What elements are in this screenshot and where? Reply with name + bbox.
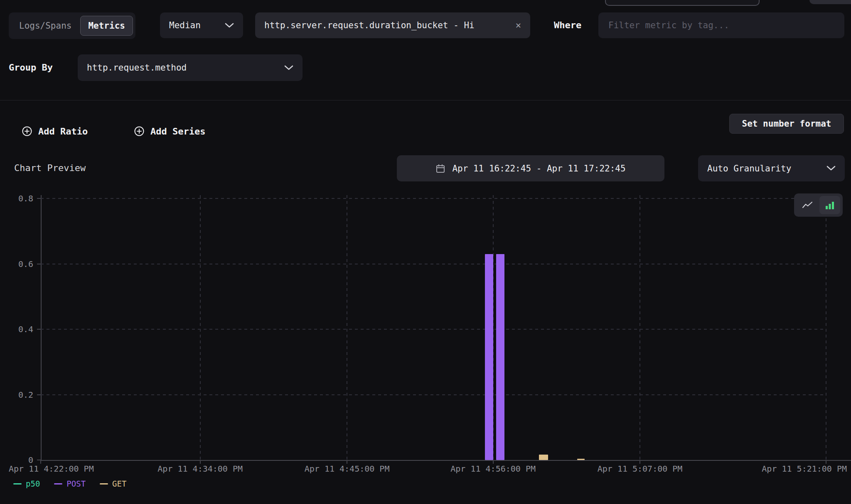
y-tick-mark — [37, 460, 41, 460]
date-range-value: Apr 11 16:22:45 - Apr 11 17:22:45 — [452, 164, 625, 174]
chart-type-toggle — [794, 193, 843, 217]
aggregation-select[interactable]: Median — [160, 12, 243, 38]
truncated-top-button[interactable] — [809, 0, 851, 4]
chart-bar-post[interactable] — [496, 254, 504, 460]
x-tick-mark — [826, 460, 826, 464]
y-gridline — [41, 264, 826, 264]
x-axis-label: Apr 11 4:45:00 PM — [305, 463, 390, 474]
metrics-query-builder: Logs/Spans Metrics Median http.server.re… — [0, 0, 851, 504]
section-divider — [0, 100, 851, 100]
legend-item-post[interactable]: POST — [54, 479, 86, 488]
group-by-value: http.request.method — [87, 63, 187, 73]
x-tick-mark — [639, 460, 640, 464]
set-number-format-button[interactable]: Set number format — [729, 114, 844, 134]
x-gridline — [639, 195, 640, 460]
bar-chart-icon — [825, 201, 835, 210]
y-axis-label: 0.2 — [0, 389, 33, 400]
x-tick-mark — [347, 460, 347, 464]
y-axis-label: 0.6 — [0, 259, 33, 269]
add-series-button[interactable]: Add Series — [134, 124, 205, 138]
chart-bar-post[interactable] — [485, 254, 493, 460]
circle-plus-icon — [22, 126, 32, 137]
x-tick-mark — [493, 460, 494, 464]
legend-label: p50 — [26, 479, 40, 488]
y-gridline — [41, 329, 826, 330]
x-gridline — [200, 195, 201, 460]
chart-legend: p50POSTGET — [13, 479, 126, 488]
remove-metric-icon[interactable]: ✕ — [516, 21, 521, 30]
legend-dash — [54, 483, 62, 484]
truncated-top-input[interactable] — [605, 0, 760, 6]
legend-dash — [100, 483, 108, 484]
y-axis-label: 0 — [0, 455, 33, 465]
granularity-value: Auto Granularity — [707, 164, 791, 174]
add-ratio-button[interactable]: Add Ratio — [22, 124, 88, 138]
y-gridline — [41, 394, 826, 395]
legend-item-get[interactable]: GET — [100, 479, 126, 488]
x-tick-mark — [200, 460, 201, 464]
y-tick-mark — [37, 329, 41, 330]
legend-dash — [13, 483, 22, 484]
x-gridline — [347, 195, 347, 460]
line-chart-toggle[interactable] — [797, 196, 818, 214]
x-gridline — [826, 195, 826, 460]
x-axis-label: Apr 11 4:34:00 PM — [157, 463, 243, 474]
filter-input[interactable] — [598, 12, 844, 38]
chevron-down-icon — [826, 166, 836, 171]
chart-bar-get[interactable] — [577, 459, 585, 460]
line-chart-icon — [802, 201, 813, 209]
where-label: Where — [554, 20, 581, 30]
metric-chip[interactable]: http.server.request.duration_bucket - Hi… — [255, 12, 530, 38]
y-axis-label: 0.8 — [0, 193, 33, 204]
y-tick-mark — [37, 394, 41, 395]
x-axis-label: Apr 11 5:21:00 PM — [762, 463, 847, 474]
add-series-label: Add Series — [150, 126, 205, 137]
x-tick-mark — [40, 460, 41, 464]
granularity-select[interactable]: Auto Granularity — [698, 155, 845, 181]
y-axis-line — [41, 195, 42, 460]
chart-preview-title: Chart Preview — [14, 163, 86, 173]
y-axis-label: 0.4 — [0, 324, 33, 335]
x-axis-label: Apr 11 4:22:00 PM — [9, 463, 94, 474]
chevron-down-icon — [284, 65, 293, 71]
calendar-icon — [435, 164, 445, 174]
source-toggle: Logs/Spans Metrics — [9, 12, 135, 39]
x-axis-label: Apr 11 5:07:00 PM — [598, 463, 683, 474]
aggregation-value: Median — [169, 20, 201, 30]
group-by-label: Group By — [9, 62, 53, 73]
metric-chip-label: http.server.request.duration_bucket - Hi — [264, 20, 508, 30]
legend-item-p50[interactable]: p50 — [13, 479, 40, 488]
legend-label: POST — [66, 479, 86, 488]
y-gridline — [41, 198, 826, 199]
chart-bar-get[interactable] — [539, 455, 548, 460]
group-by-select[interactable]: http.request.method — [78, 54, 303, 81]
date-range-picker[interactable]: Apr 11 16:22:45 - Apr 11 17:22:45 — [397, 155, 664, 181]
y-tick-mark — [37, 198, 41, 199]
circle-plus-icon — [134, 126, 145, 137]
x-axis-label: Apr 11 4:56:00 PM — [450, 463, 536, 474]
legend-label: GET — [112, 479, 126, 488]
x-axis-line — [41, 460, 851, 461]
bar-chart-toggle[interactable] — [819, 196, 840, 214]
tab-metrics[interactable]: Metrics — [80, 16, 133, 36]
chevron-down-icon — [225, 23, 234, 28]
tab-logs-spans[interactable]: Logs/Spans — [11, 16, 79, 36]
add-ratio-label: Add Ratio — [38, 126, 88, 137]
y-tick-mark — [37, 264, 41, 264]
